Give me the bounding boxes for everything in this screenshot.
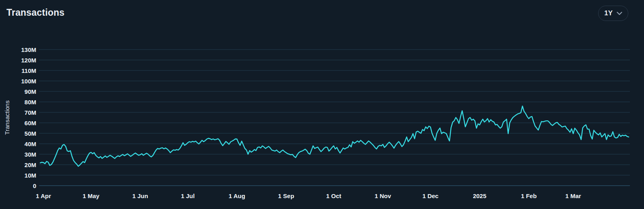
chevron-down-icon [617,12,622,15]
y-axis-title: Transactions [4,100,10,135]
y-axis-tick-label: 10M [25,172,36,179]
x-axis-tick-label: 2025 [473,192,486,199]
y-axis-tick-label: 70M [25,109,36,116]
y-axis-tick-label: 50M [25,130,36,137]
y-axis-tick-label: 80M [25,99,36,106]
series-line [40,106,629,166]
x-axis-tick-label: 1 Aug [229,192,245,199]
x-axis-tick-label: 1 Nov [375,192,392,199]
y-axis-tick-label: 90M [25,88,36,95]
y-axis-tick-label: 40M [25,141,36,147]
y-axis-tick-label: 60M [25,120,36,126]
y-axis-tick-label: 20M [25,161,36,168]
x-axis-tick-label: 1 Oct [326,192,341,199]
time-range-dropdown[interactable]: 1Y [598,6,628,21]
x-axis-tick-label: 1 Jul [181,192,194,199]
x-axis-tick-label: 1 Sep [278,192,294,199]
x-axis-tick-label: 1 Feb [521,192,537,199]
y-axis-tick-label: 110M [21,67,36,74]
transactions-chart-card: 010M20M30M40M50M60M70M80M90M100M110M120M… [0,0,644,209]
chart-header: Transactions 1Y [0,0,644,27]
x-axis-tick-label: 1 Mar [565,192,581,199]
y-axis-tick-label: 130M [21,46,36,53]
x-axis-tick-label: 1 Dec [422,192,438,199]
y-axis-tick-label: 0 [33,182,36,189]
y-axis-tick-label: 100M [21,78,36,85]
transactions-line-chart[interactable]: 010M20M30M40M50M60M70M80M90M100M110M120M… [0,0,644,209]
x-axis-tick-label: 1 Apr [36,192,51,199]
y-axis-tick-label: 120M [21,57,36,64]
x-axis-tick-label: 1 Jun [132,192,148,199]
x-axis-tick-label: 1 May [83,192,99,199]
time-range-value: 1Y [604,9,613,17]
y-axis-tick-label: 30M [25,151,36,158]
page-title: Transactions [6,7,64,18]
